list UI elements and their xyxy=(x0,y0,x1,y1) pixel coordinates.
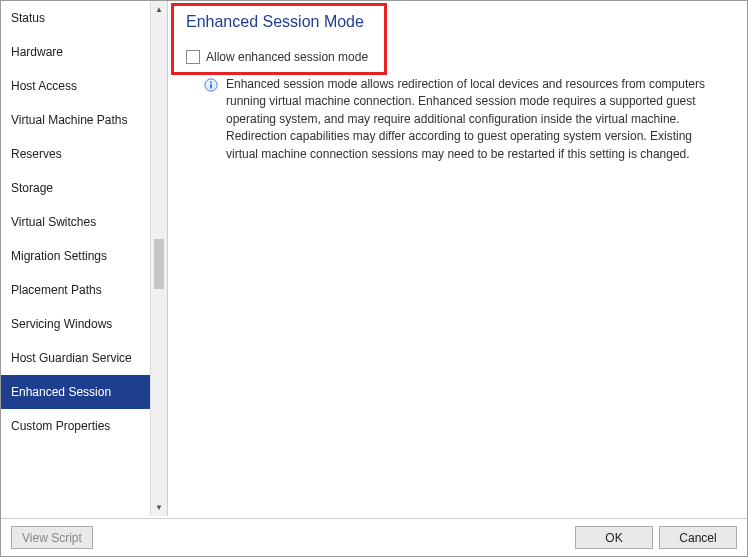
sidebar-item-enhanced-session[interactable]: Enhanced Session xyxy=(1,375,167,409)
scroll-thumb[interactable] xyxy=(154,239,164,289)
sidebar-item-label: Hardware xyxy=(11,45,63,59)
sidebar-item-reserves[interactable]: Reserves xyxy=(1,137,167,171)
sidebar-item-host-guardian[interactable]: Host Guardian Service xyxy=(1,341,167,375)
sidebar-item-host-access[interactable]: Host Access xyxy=(1,69,167,103)
checkbox-label[interactable]: Allow enhanced session mode xyxy=(206,50,368,64)
sidebar-item-label: Servicing Windows xyxy=(11,317,112,331)
sidebar-item-label: Custom Properties xyxy=(11,419,110,433)
info-text: Enhanced session mode allows redirection… xyxy=(226,76,727,163)
info-icon xyxy=(204,78,218,92)
scroll-down-icon[interactable]: ▼ xyxy=(151,499,167,516)
sidebar-item-vm-paths[interactable]: Virtual Machine Paths xyxy=(1,103,167,137)
sidebar-item-placement-paths[interactable]: Placement Paths xyxy=(1,273,167,307)
scroll-up-icon[interactable]: ▲ xyxy=(151,1,167,18)
footer: View Script OK Cancel xyxy=(1,518,747,556)
sidebar-item-label: Reserves xyxy=(11,147,62,161)
sidebar-item-label: Virtual Machine Paths xyxy=(11,113,128,127)
sidebar-item-storage[interactable]: Storage xyxy=(1,171,167,205)
cancel-button[interactable]: Cancel xyxy=(659,526,737,549)
sidebar: Status Hardware Host Access Virtual Mach… xyxy=(1,1,168,516)
sidebar-item-label: Enhanced Session xyxy=(11,385,111,399)
sidebar-item-label: Status xyxy=(11,11,45,25)
view-script-button[interactable]: View Script xyxy=(11,526,93,549)
sidebar-item-label: Host Guardian Service xyxy=(11,351,132,365)
ok-button[interactable]: OK xyxy=(575,526,653,549)
sidebar-item-label: Host Access xyxy=(11,79,77,93)
sidebar-item-virtual-switches[interactable]: Virtual Switches xyxy=(1,205,167,239)
sidebar-item-label: Virtual Switches xyxy=(11,215,96,229)
allow-enhanced-session-checkbox[interactable] xyxy=(186,50,200,64)
sidebar-item-label: Migration Settings xyxy=(11,249,107,263)
svg-rect-1 xyxy=(210,84,212,88)
sidebar-item-migration[interactable]: Migration Settings xyxy=(1,239,167,273)
sidebar-item-hardware[interactable]: Hardware xyxy=(1,35,167,69)
sidebar-item-label: Storage xyxy=(11,181,53,195)
sidebar-item-servicing-windows[interactable]: Servicing Windows xyxy=(1,307,167,341)
svg-rect-2 xyxy=(210,82,212,84)
sidebar-item-custom-properties[interactable]: Custom Properties xyxy=(1,409,167,443)
sidebar-scrollbar[interactable]: ▲ ▼ xyxy=(150,1,167,516)
content-panel: Enhanced Session Mode Allow enhanced ses… xyxy=(168,1,747,516)
sidebar-item-label: Placement Paths xyxy=(11,283,102,297)
section-title: Enhanced Session Mode xyxy=(168,1,747,34)
sidebar-item-status[interactable]: Status xyxy=(1,1,167,35)
scroll-track[interactable] xyxy=(151,18,167,499)
